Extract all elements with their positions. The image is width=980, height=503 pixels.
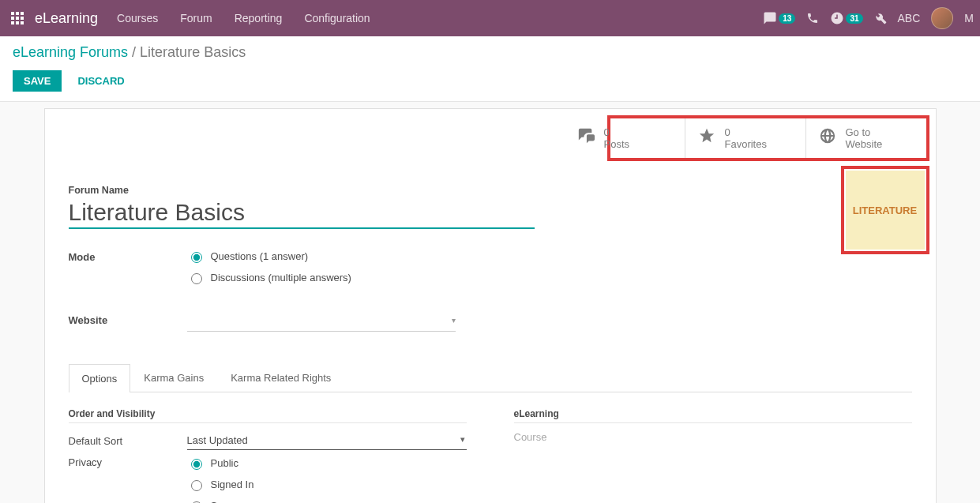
- mode-discussions[interactable]: Discussions (multiple answers): [187, 271, 456, 284]
- apps-launcher-icon[interactable]: [6, 7, 28, 29]
- section-order-visibility: Order and Visibility: [69, 408, 467, 423]
- privacy-some-users[interactable]: Some users: [187, 499, 265, 503]
- website-label: Website: [69, 313, 187, 328]
- tabs: Options Karma Gains Karma Related Rights: [69, 363, 912, 392]
- privacy-radio-group: Public Signed In Some users: [187, 456, 265, 503]
- forum-name-input[interactable]: [69, 199, 535, 229]
- tab-options[interactable]: Options: [69, 364, 131, 392]
- forum-name-label: Forum Name: [69, 185, 912, 196]
- discard-button[interactable]: DISCARD: [73, 74, 129, 88]
- stat-favorites[interactable]: 0Favorites: [685, 118, 805, 158]
- globe-icon: [819, 127, 836, 149]
- clock-badge: 31: [846, 13, 862, 24]
- default-sort-select[interactable]: Last Updated: [187, 431, 467, 450]
- action-buttons: SAVE DISCARD: [13, 70, 967, 92]
- breadcrumb-root[interactable]: eLearning Forums: [13, 44, 128, 60]
- nav-reporting[interactable]: Reporting: [235, 12, 283, 24]
- privacy-public[interactable]: Public: [187, 456, 265, 470]
- user-label[interactable]: ABC: [898, 12, 921, 24]
- course-label: Course: [514, 431, 912, 443]
- tools-icon[interactable]: [874, 12, 887, 24]
- star-icon: [698, 127, 715, 149]
- breadcrumb: eLearning Forums / Literature Basics: [13, 44, 967, 61]
- tab-options-content: Order and Visibility Default Sort Last U…: [45, 392, 936, 503]
- stat-goto-website[interactable]: Go toWebsite: [805, 118, 926, 158]
- tab-karma-rights[interactable]: Karma Related Rights: [217, 363, 344, 392]
- privacy-label: Privacy: [69, 456, 187, 468]
- app-brand[interactable]: eLearning: [35, 10, 98, 27]
- user-initial: M: [964, 12, 974, 24]
- forum-image-placeholder: LITERATURE: [846, 171, 925, 250]
- mode-label: Mode: [69, 250, 187, 289]
- stat-buttons: 0Posts 0Favorites Go toWebsite: [607, 115, 929, 161]
- forum-image[interactable]: LITERATURE: [841, 166, 929, 254]
- nav-links: Courses Forum Reporting Configuration: [117, 12, 370, 24]
- top-navbar: eLearning Courses Forum Reporting Config…: [0, 0, 980, 36]
- website-select[interactable]: [187, 313, 456, 332]
- save-button[interactable]: SAVE: [13, 70, 62, 92]
- form-sheet: 0Posts 0Favorites Go toWebsite LITERATUR…: [44, 108, 937, 503]
- nav-configuration[interactable]: Configuration: [304, 12, 370, 24]
- nav-forum[interactable]: Forum: [180, 12, 212, 24]
- mode-radio-group: Questions (1 answer) Discussions (multip…: [187, 250, 456, 292]
- messages-icon[interactable]: 13: [763, 11, 795, 25]
- chat-icon: [577, 127, 595, 149]
- nav-right: 13 31 ABC M: [763, 7, 974, 29]
- avatar[interactable]: [931, 7, 953, 29]
- nav-courses[interactable]: Courses: [117, 12, 158, 24]
- phone-icon[interactable]: [806, 12, 819, 24]
- breadcrumb-current: Literature Basics: [140, 44, 246, 60]
- stat-posts[interactable]: 0Posts: [565, 118, 685, 158]
- default-sort-label: Default Sort: [69, 435, 187, 447]
- messages-badge: 13: [779, 13, 795, 24]
- privacy-signed-in[interactable]: Signed In: [187, 478, 265, 491]
- mode-questions[interactable]: Questions (1 answer): [187, 250, 456, 263]
- section-elearning: eLearning: [514, 408, 912, 423]
- control-panel: eLearning Forums / Literature Basics SAV…: [0, 36, 980, 102]
- clock-icon[interactable]: 31: [830, 11, 862, 25]
- tab-karma-gains[interactable]: Karma Gains: [130, 363, 217, 392]
